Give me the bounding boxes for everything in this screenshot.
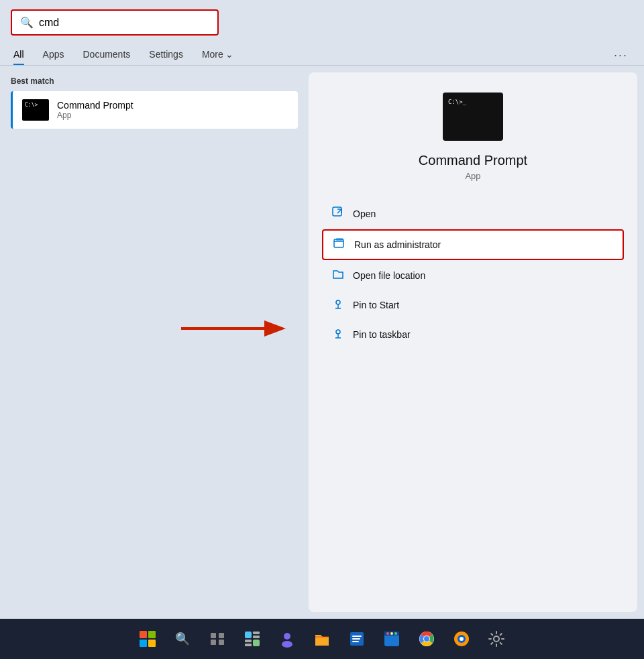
browser-icon: [382, 630, 401, 648]
taskview-icon: [209, 631, 225, 647]
taskbar-editor-button[interactable]: [343, 625, 371, 653]
taskbar-browser-button[interactable]: [378, 625, 406, 653]
actions-list: Open Run as administrator: [322, 200, 624, 349]
tab-documents[interactable]: Documents: [73, 45, 140, 65]
action-open[interactable]: Open: [322, 200, 624, 228]
cmd-icon: C:\>: [22, 99, 49, 121]
settings-gear-icon: [488, 630, 505, 648]
app-large-icon: C:\>_: [443, 93, 503, 141]
taskbar-search-icon: 🔍: [175, 632, 190, 646]
svg-rect-12: [253, 632, 260, 634]
chrome-icon: [417, 630, 436, 648]
nav-tabs: All Apps Documents Settings More ⌄ ···: [0, 42, 644, 66]
taskbar-firefox-button[interactable]: [447, 625, 476, 653]
svg-rect-13: [253, 636, 260, 638]
firefox-icon: [452, 630, 471, 648]
open-icon: [331, 206, 345, 221]
result-name: Command Prompt: [57, 100, 133, 111]
svg-point-23: [390, 632, 393, 635]
svg-rect-4: [336, 238, 343, 241]
open-file-icon: [331, 268, 345, 283]
taskbar-widgets-button[interactable]: [238, 625, 266, 653]
tab-apps[interactable]: Apps: [34, 45, 74, 65]
run-admin-icon: [333, 237, 346, 252]
cmd-icon-line1: C:\>_: [448, 98, 466, 107]
left-panel: Best match C:\> Command Prompt App: [0, 66, 309, 619]
chevron-down-icon: ⌄: [225, 49, 233, 60]
svg-point-24: [394, 632, 397, 635]
best-match-label: Best match: [11, 76, 298, 86]
svg-rect-14: [245, 640, 252, 642]
svg-rect-8: [219, 633, 224, 638]
explorer-icon: [313, 630, 331, 648]
result-text: Command Prompt App: [57, 100, 133, 120]
action-open-file[interactable]: Open file location: [322, 261, 624, 290]
result-item-command-prompt[interactable]: C:\> Command Prompt App: [11, 91, 298, 129]
tab-settings[interactable]: Settings: [140, 45, 193, 65]
app-subtitle: App: [465, 171, 480, 181]
taskbar-start-button[interactable]: [133, 625, 162, 653]
svg-rect-16: [253, 640, 260, 646]
tab-all[interactable]: All: [11, 45, 34, 65]
svg-rect-2: [333, 207, 341, 216]
action-run-admin-label: Run as administrator: [354, 239, 441, 250]
action-pin-taskbar[interactable]: Pin to taskbar: [322, 320, 624, 349]
tab-more[interactable]: More ⌄: [193, 45, 243, 65]
svg-rect-11: [245, 632, 252, 638]
action-open-file-label: Open file location: [353, 270, 425, 281]
svg-point-31: [494, 636, 499, 642]
widgets-icon: [244, 630, 261, 648]
svg-rect-7: [211, 633, 216, 638]
teams-icon: [278, 630, 297, 648]
svg-point-22: [386, 632, 389, 635]
search-panel: 🔍 All Apps Documents Settings More ⌄ ···…: [0, 0, 644, 619]
taskbar-taskview-button[interactable]: [203, 625, 231, 653]
taskbar-search-button[interactable]: 🔍: [168, 625, 197, 653]
svg-point-30: [460, 637, 464, 641]
editor-icon: [347, 630, 366, 648]
action-open-label: Open: [353, 208, 376, 219]
svg-point-6: [336, 330, 340, 334]
action-pin-start[interactable]: Pin to Start: [322, 291, 624, 319]
taskbar-teams-button[interactable]: [273, 625, 301, 653]
pin-start-icon: [331, 298, 345, 312]
app-title: Command Prompt: [419, 153, 527, 168]
arrow-svg: [181, 315, 288, 342]
svg-rect-9: [211, 640, 216, 645]
windows-logo-icon: [140, 631, 156, 647]
search-icon: 🔍: [20, 16, 34, 29]
content-area: Best match C:\> Command Prompt App: [0, 66, 644, 619]
svg-point-17: [284, 633, 290, 640]
search-bar: 🔍: [11, 9, 219, 36]
arrow-annotation: [181, 315, 288, 342]
search-input[interactable]: [39, 17, 186, 29]
taskbar-settings-button[interactable]: [482, 625, 511, 653]
svg-rect-15: [245, 644, 252, 646]
pin-taskbar-icon: [331, 327, 345, 342]
cmd-icon-text: C:\>: [25, 102, 38, 108]
more-options-button[interactable]: ···: [608, 46, 633, 65]
action-run-admin[interactable]: Run as administrator: [322, 229, 624, 260]
taskbar-explorer-button[interactable]: [308, 625, 336, 653]
search-bar-wrapper: 🔍: [0, 0, 644, 42]
taskbar: 🔍: [0, 619, 644, 659]
svg-point-5: [336, 300, 340, 304]
right-panel: C:\>_ Command Prompt App Open: [309, 72, 637, 612]
action-pin-taskbar-label: Pin to taskbar: [353, 329, 411, 340]
svg-rect-10: [219, 640, 224, 645]
result-type: App: [57, 111, 133, 120]
action-pin-start-label: Pin to Start: [353, 300, 399, 310]
taskbar-chrome-button[interactable]: [413, 625, 441, 653]
svg-point-18: [282, 641, 292, 648]
svg-point-27: [424, 636, 429, 642]
